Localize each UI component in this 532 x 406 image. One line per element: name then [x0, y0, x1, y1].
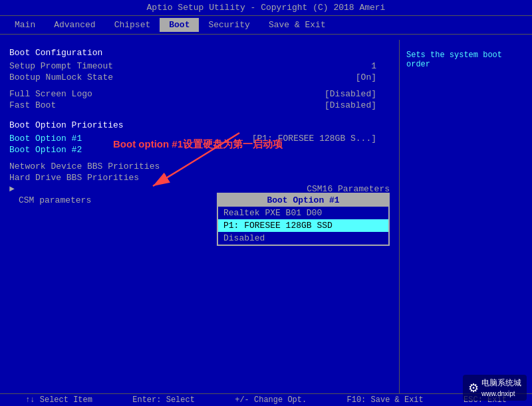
menu-item-main[interactable]: Main — [5, 18, 45, 32]
arrow-csm16: ► — [9, 184, 15, 194]
value-full-screen-logo: [Disabled] — [325, 89, 376, 99]
label-setup-prompt-timeout: Setup Prompt Timeout — [9, 61, 113, 71]
row-setup-prompt-timeout: Setup Prompt Timeout 1 — [9, 60, 390, 72]
dropdown-item-realtek[interactable]: Realtek PXE B01 D00 — [218, 207, 388, 219]
dropdown-boot-option[interactable]: Boot Option #1 Realtek PXE B01 D00 P1: F… — [217, 193, 390, 246]
help-text: Sets the system boot order — [406, 51, 525, 69]
value-fast-boot: [Disabled] — [325, 100, 376, 110]
label-hard-drive-bbs: Hard Drive BBS Priorities — [9, 173, 139, 183]
label-fast-boot: Fast Boot — [9, 100, 56, 110]
dropdown-item-disabled[interactable]: Disabled — [218, 232, 388, 245]
row-boot-option-1[interactable]: Boot Option #1 [P1: FORESEE 128GB S...] — [9, 133, 390, 144]
row-full-screen-logo: Full Screen Logo [Disabled] — [9, 88, 390, 100]
watermark-icon: ⚙ — [468, 381, 479, 395]
status-bar: ↑↓ Select Item Enter: Select +/- Change … — [0, 393, 532, 406]
row-network-bbs[interactable]: Network Device BBS Priorities — [9, 161, 390, 172]
title-text: Aptio Setup Utility - Copyright (C) 2018… — [147, 3, 386, 13]
label-network-bbs: Network Device BBS Priorities — [9, 161, 160, 171]
bios-screen: Aptio Setup Utility - Copyright (C) 2018… — [0, 0, 532, 406]
key-enter: Enter: Select — [132, 395, 195, 405]
menu-item-boot[interactable]: Boot — [160, 18, 199, 32]
key-change: +/- Change Opt. — [235, 395, 307, 405]
key-f10: F10: Save & Exit — [347, 395, 424, 405]
section-boot-priorities: Boot Option Priorities — [9, 120, 390, 130]
label-boot-option-2: Boot Option #2 — [9, 145, 82, 155]
row-fast-boot: Fast Boot [Disabled] — [9, 100, 390, 111]
row-numlock: Bootup NumLock State [On] — [9, 72, 390, 83]
value-setup-prompt-timeout: 1 — [371, 61, 376, 71]
menu-bar: Main Advanced Chipset Boot Security Save… — [0, 16, 532, 35]
left-panel: Boot Configuration Setup Prompt Timeout … — [0, 40, 399, 395]
value-boot-option-1: [P1: FORESEE 128GB S...] — [252, 134, 376, 144]
value-numlock: [On] — [356, 72, 376, 82]
row-hard-drive-bbs[interactable]: Hard Drive BBS Priorities — [9, 172, 390, 183]
menu-item-security[interactable]: Security — [199, 18, 259, 32]
label-boot-option-1: Boot Option #1 — [9, 134, 82, 144]
menu-item-save-exit[interactable]: Save & Exit — [259, 18, 335, 32]
right-panel: Sets the system boot order — [399, 40, 532, 395]
label-full-screen-logo: Full Screen Logo — [9, 89, 92, 99]
menu-item-chipset[interactable]: Chipset — [105, 18, 160, 32]
label-numlock: Bootup NumLock State — [9, 72, 113, 82]
dropdown-title: Boot Option #1 — [218, 194, 388, 207]
dropdown-item-foresee[interactable]: P1: FORESEE 128GB SSD — [218, 219, 388, 232]
section-boot-config: Boot Configuration — [9, 48, 390, 58]
title-bar: Aptio Setup Utility - Copyright (C) 2018… — [0, 0, 532, 16]
label-csm: CSM parameters — [9, 195, 91, 205]
watermark-text: 电脑系统城www.dnxipt — [481, 377, 521, 398]
menu-item-advanced[interactable]: Advanced — [45, 18, 104, 32]
watermark: ⚙ 电脑系统城www.dnxipt — [463, 375, 527, 401]
key-select: ↑↓ Select Item — [25, 395, 92, 405]
row-boot-option-2[interactable]: Boot Option #2 — [9, 144, 390, 155]
content-area: Boot Configuration Setup Prompt Timeout … — [0, 35, 532, 401]
